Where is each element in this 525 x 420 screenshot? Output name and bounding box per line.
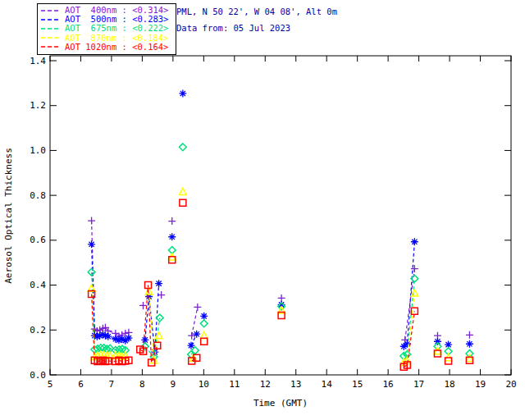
x-tick-label: 19 [475,379,486,390]
y-tick-label: 1.0 [30,145,46,156]
y-tick-label: 0.2 [30,325,46,336]
series-line-400nm [92,221,129,336]
data-point-500nm [168,233,176,240]
x-tick-label: 12 [260,379,271,390]
y-tick-label: 0.0 [30,370,46,381]
legend-label: AOT 1020nm : <0.164> [65,43,168,52]
data-point-500nm [88,240,95,248]
legend-dash-sample [41,34,61,41]
y-tick-label: 1.4 [30,56,46,66]
x-tick-label: 20 [505,379,516,390]
x-tick-label: 13 [290,379,301,390]
x-tick-label: 9 [171,379,176,390]
y-tick-label: 1.2 [30,100,46,111]
legend-dash-sample [41,7,61,14]
data-point-500nm [200,313,208,320]
data-point-400nm [168,217,176,225]
x-tick-label: 10 [199,379,209,390]
x-tick-label: 14 [322,379,333,390]
legend-dash-sample [41,25,61,32]
station-info: PML, N 50 22', W 04 08', Alt 0m [176,7,337,16]
x-tick-label: 15 [352,379,363,390]
data-point-500nm [466,340,473,348]
data-point-675nm [200,320,208,327]
x-tick-label: 7 [109,379,115,390]
legend-label: AOT 675nm : <0.222> [65,24,168,33]
data-point-500nm [193,331,200,338]
data-point-1020nm [180,199,186,206]
data-point-400nm [88,217,95,225]
legend-item-1020nm: AOT 1020nm : <0.164> [41,43,172,52]
data-point-500nm [411,238,418,245]
plot-frame [50,56,511,375]
legend-dash-sample [41,16,61,23]
data-point-400nm [139,302,147,309]
x-axis-label: Time (GMT) [253,398,308,409]
plot-area: 5678910111213141516171819200.00.20.40.60… [0,0,525,420]
x-tick-label: 17 [413,379,424,390]
x-tick-label: 8 [139,379,145,390]
x-tick-label: 6 [78,379,84,390]
aot-plot-window: AOT 400nm : <0.314>AOT 500nm : <0.283>AO… [0,0,525,420]
data-point-500nm [179,89,186,97]
data-date: Data from: 05 Jul 2023 [176,23,290,33]
x-tick-label: 18 [444,379,454,390]
data-point-500nm [434,338,441,345]
legend-item-675nm: AOT 675nm : <0.222> [41,24,172,33]
y-axis-label: Aerosol Optical Thickness [3,148,14,284]
y-tick-label: 0.6 [30,235,46,245]
data-point-400nm [194,304,201,311]
data-point-675nm [179,144,186,151]
data-point-870nm [466,354,473,361]
legend-dash-sample [41,43,61,50]
series-line-500nm [92,244,129,340]
legend-box: AOT 400nm : <0.314>AOT 500nm : <0.283>AO… [37,3,176,55]
data-point-400nm [466,331,473,339]
x-tick-label: 11 [229,379,240,390]
data-point-1020nm [201,338,208,345]
data-point-400nm [158,291,165,299]
legend-label: AOT 870nm : <0.184> [65,34,168,43]
x-tick-label: 5 [48,379,53,390]
data-point-870nm [200,332,208,339]
y-tick-label: 0.4 [30,280,46,290]
data-point-500nm [155,280,162,287]
data-point-870nm [180,188,187,194]
x-tick-label: 16 [383,379,394,390]
data-point-400nm [121,330,129,337]
y-tick-label: 0.8 [30,190,46,201]
data-point-400nm [278,294,285,302]
